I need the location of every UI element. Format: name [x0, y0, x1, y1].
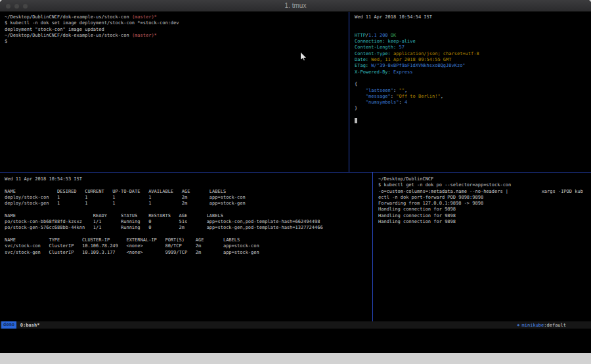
text-segment: Forwarding from 127.0.0.1:9898 -> 9898 [378, 201, 483, 206]
terminal-line: deploy/stock-gen 1 1 1 1 2m app=stock-ge… [5, 201, 372, 207]
kube-context-name: minikube [522, 323, 544, 328]
terminal-line: NAME READY STATUS RESTARTS AGE LABELS [5, 213, 372, 219]
text-segment: "Off to Berlin!" [396, 94, 440, 99]
text-segment: 1.1 200 [368, 33, 388, 38]
terminal-line: $ kubectl -n dok set image deployment/st… [5, 20, 349, 26]
text-segment: Wed 11 Apr 2018 10:54:53 IST [5, 176, 82, 182]
text-segment: Date: [355, 57, 368, 62]
text-segment: : [399, 100, 404, 105]
text-segment: $ kubectl get -n dok po --selector=app=s… [378, 182, 511, 188]
terminal-line: Handling connection for 9898 [378, 207, 591, 212]
terminal-line: -o=custom-columns=:metadata.name --no-he… [378, 189, 591, 195]
text-segment: "" [399, 88, 404, 93]
text-segment: ~/Desktop/DublinCNCF/dok-example-us/stoc… [5, 33, 132, 38]
terminal-line [355, 118, 591, 124]
terminal-line: ~/Desktop/DublinCNCF/dok-example-us/stoc… [5, 14, 349, 20]
text-segment: NAME READY STATUS RESTARTS AGE LABELS [5, 213, 223, 218]
kube-context-indicator: ⎈ minikube :default [517, 323, 566, 328]
text-segment: OK [388, 33, 397, 38]
window-titlebar[interactable]: 1. tmux [0, 0, 591, 12]
text-segment: Handling connection for 9898 [378, 219, 456, 224]
terminal-line: svc/stock-gen ClusterIP 10.109.3.177 <no… [5, 250, 372, 256]
session-name-badge[interactable]: demo [1, 321, 16, 329]
text-segment: , [441, 94, 443, 99]
terminal-line [355, 27, 591, 33]
text-segment: Handling connection for 9898 [378, 207, 456, 212]
text-segment: po/stock-gen-576cc688bb-44knn 1/1 Runnin… [5, 225, 323, 230]
text-segment: Wed, 11 Apr 2018 09:54:55 GMT [371, 57, 451, 62]
terminal-line: Date: Wed, 11 Apr 2018 09:54:55 GMT [355, 57, 591, 63]
terminal-line: $ [5, 39, 349, 45]
pane-bottom-left-kubectl-watch[interactable]: Wed 11 Apr 2018 10:54:53 IST NAME DESIRE… [0, 172, 372, 321]
terminal-line: svc/stock-con ClusterIP 10.106.78.249 <n… [5, 243, 372, 249]
terminal-line: po/stock-gen-576cc688bb-44knn 1/1 Runnin… [5, 225, 372, 231]
text-segment: deployment "stock-con" image updated [5, 27, 104, 32]
terminal-line: deployment "stock-con" image updated [5, 27, 349, 33]
terminal-line: Handling connection for 9898 [378, 219, 591, 225]
text-segment: X-Powered-By: [355, 70, 391, 75]
text-segment: Content-Type: [355, 51, 391, 56]
text-segment: deploy/stock-gen 1 1 1 1 2m app=stock-ge… [5, 201, 246, 206]
terminal-line [355, 75, 591, 81]
text-segment: $ kubectl -n dok set image deployment/st… [5, 20, 179, 26]
text-segment: Express [393, 70, 413, 75]
tmux-terminal: ~/Desktop/DublinCNCF/dok-example-us/stoc… [0, 12, 591, 321]
status-left: demo 0:bash* [1, 321, 39, 329]
terminal-line: X-Powered-By: Express [355, 70, 591, 75]
terminal-line [5, 232, 372, 237]
window-title: 1. tmux [0, 0, 591, 12]
text-segment [355, 88, 366, 93]
text-segment: -o=custom-columns=:metadata.name --no-he… [378, 189, 583, 194]
text-segment: NAME DESIRED CURRENT UP-TO-DATE AVAILABL… [5, 189, 226, 194]
terminal-line: Handling connection for 9898 [378, 213, 591, 219]
text-segment: Handling connection for 9898 [378, 213, 456, 218]
terminal-line: "message": "Off to Berlin!", [355, 94, 591, 100]
text-segment: (master)* [132, 33, 157, 38]
terminal-line: Wed 11 Apr 2018 10:54:54 IST [355, 14, 591, 20]
text-segment: 4 [405, 100, 407, 105]
terminal-line: deploy/stock-con 1 1 1 1 2m app=stock-co… [5, 195, 372, 201]
terminal-line: Content-Length: 57 [355, 45, 591, 51]
terminal-line: Forwarding from 127.0.0.1:9898 -> 9898 [378, 201, 591, 207]
terminal-line [5, 207, 372, 212]
terminal-window: 1. tmux ~/Desktop/DublinCNCF/dok-example… [0, 0, 591, 353]
pane-bottom-right-port-forward[interactable]: ~/Desktop/DublinCNCF$ kubectl get -n dok… [374, 172, 591, 321]
text-segment: ~/Desktop/DublinCNCF [378, 176, 433, 182]
text-segment: deploy/stock-con 1 1 1 1 2m app=stock-co… [5, 195, 246, 200]
terminal-line: ectl -n dok port-forward POD 9898:9898 [378, 195, 591, 201]
text-segment [355, 94, 366, 99]
text-segment: 57 [399, 45, 404, 50]
terminal-line: NAME DESIRED CURRENT UP-TO-DATE AVAILABL… [5, 189, 372, 195]
terminal-line [5, 182, 372, 188]
terminal-line [355, 20, 591, 26]
text-segment: $ [5, 39, 7, 44]
terminal-line: $ kubectl get -n dok po --selector=app=s… [378, 182, 591, 188]
text-segment: Content-Length: [355, 45, 396, 50]
pane-top-right-http-watch[interactable]: Wed 11 Apr 2018 10:54:54 IST HTTP/1.1 20… [350, 12, 591, 172]
pane-divider-vertical-top[interactable] [349, 12, 349, 172]
terminal-line: Connection: keep-alive [355, 39, 591, 45]
pane-divider-horizontal[interactable] [0, 172, 591, 172]
text-segment: po/stock-con-bb68f88fd-kzsxz 1/1 Running… [5, 219, 320, 224]
window-tab-bash[interactable]: 0:bash* [20, 323, 40, 328]
text-segment: "lastseen" [366, 88, 393, 93]
text-segment: application/json; charset=utf-8 [393, 51, 479, 56]
terminal-line: po/stock-con-bb68f88fd-kzsxz 1/1 Running… [5, 219, 372, 225]
kube-namespace-name: :default [544, 323, 566, 328]
block-cursor [355, 118, 357, 123]
pane-top-left-shell[interactable]: ~/Desktop/DublinCNCF/dok-example-us/stoc… [0, 12, 349, 172]
text-segment: "message" [366, 94, 391, 99]
terminal-line: ~/Desktop/DublinCNCF/dok-example-us/stoc… [5, 33, 349, 39]
text-segment: svc/stock-gen ClusterIP 10.109.3.177 <no… [5, 250, 259, 255]
text-segment: } [355, 106, 357, 111]
text-segment: , [405, 88, 407, 93]
pane-divider-vertical-bottom[interactable] [372, 172, 373, 321]
terminal-line: } [355, 106, 591, 111]
text-segment: svc/stock-con ClusterIP 10.106.78.249 <n… [5, 243, 259, 249]
terminal-line: ETag: W/"39-0xBPf9aF1dXVNkhsxoBQgJ8vKzo" [355, 63, 591, 69]
text-segment: : [391, 94, 396, 99]
text-segment [355, 100, 366, 105]
text-segment: HTTP [355, 33, 366, 38]
text-segment: ETag: [355, 63, 368, 68]
text-segment: (master)* [132, 14, 157, 20]
